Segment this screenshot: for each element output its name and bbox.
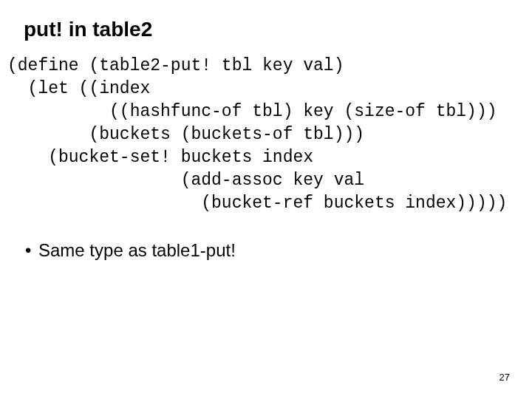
slide: put! in table2 (define (table2-put! tbl …: [0, 0, 532, 399]
code-line: (buckets (buckets-of tbl))): [7, 125, 364, 144]
code-line: (bucket-set! buckets index: [7, 148, 313, 167]
code-line: ((hashfunc-of tbl) key (size-of tbl))): [7, 102, 497, 121]
code-line: (add-assoc key val: [7, 171, 364, 190]
code-line: (bucket-ref buckets index))))): [7, 194, 507, 213]
bullet-list: Same type as table1-put!: [38, 240, 525, 261]
bullet-text: Same type as table1-put!: [38, 240, 236, 260]
slide-title: put! in table2: [24, 18, 525, 41]
code-block: (define (table2-put! tbl key val) (let (…: [7, 55, 525, 215]
code-line: (define (table2-put! tbl key val): [7, 56, 344, 75]
bullet-item: Same type as table1-put!: [38, 240, 525, 261]
page-number: 27: [499, 372, 510, 383]
code-line: (let ((index: [7, 79, 150, 98]
